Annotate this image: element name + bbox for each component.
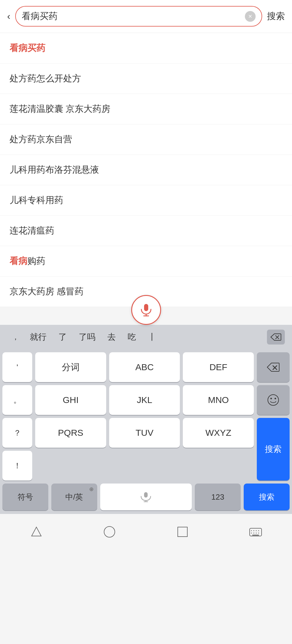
list-item[interactable]: 连花清瘟药 (0, 216, 292, 246)
key-apostrophe[interactable]: ' (2, 352, 32, 382)
mic-area: 京东大药房 感冒药 (0, 277, 292, 307)
list-item[interactable]: 处方药京东自营 (0, 124, 292, 155)
key-tuv[interactable]: TUV (109, 418, 180, 448)
key-period[interactable]: 。 (2, 385, 32, 415)
nav-back-icon (29, 525, 44, 539)
list-item[interactable]: 处方药怎么开处方 (0, 64, 292, 94)
backspace-icon (267, 362, 280, 372)
suggestion-text-3: 处方药京东自营 (10, 134, 72, 144)
nav-keyboard-icon (248, 525, 263, 539)
key-ghi[interactable]: GHI (35, 385, 106, 415)
nav-keyboard-button[interactable] (244, 523, 268, 541)
suggestion-text-8: 京东大药房 感冒药 (10, 286, 84, 296)
keyboard-row-1-center: 分词 ABC DEF (35, 352, 254, 382)
svg-marker-13 (32, 527, 41, 536)
suggestions-list: 看病买药 处方药怎么开处方 莲花清温胶囊 京东大药房 处方药京东自营 儿科用药布… (0, 33, 292, 277)
emoji-icon (267, 393, 280, 407)
nav-recent-button[interactable] (171, 523, 194, 541)
suggestion-text-7: 购药 (27, 256, 45, 266)
punctuation-col: ' 。 ？ ！ (2, 352, 32, 481)
key-symbol[interactable]: 符号 (2, 484, 48, 510)
keyboard-row-2-center: GHI JKL MNO (35, 385, 254, 415)
search-input[interactable]: 看病买药 (22, 10, 242, 22)
search-bar[interactable]: 看病买药 × (15, 6, 262, 27)
kbd-delete-button[interactable] (267, 330, 285, 345)
key-question[interactable]: ？ (2, 418, 32, 448)
nav-back-button[interactable] (24, 523, 48, 541)
delete-icon (271, 333, 281, 342)
key-backspace[interactable] (257, 352, 290, 382)
svg-point-7 (268, 395, 279, 405)
list-item[interactable]: 儿科专科用药 (0, 185, 292, 216)
center-keys: 分词 ABC DEF GHI JKL MNO PQRS TUV WXYZ (35, 352, 254, 481)
kbd-comma[interactable]: ， (7, 330, 24, 344)
list-item[interactable]: 儿科用药布洛芬混悬液 (0, 155, 292, 185)
key-exclaim[interactable]: ！ (2, 451, 32, 481)
keyboard-bottom-row: 符号 中/英 ⊕ 123 搜索 (2, 484, 290, 510)
key-fenci[interactable]: 分词 (35, 352, 106, 382)
key-def[interactable]: DEF (183, 352, 254, 382)
key-search-right[interactable]: 搜索 (257, 418, 290, 481)
key-emoji[interactable] (257, 385, 290, 415)
nav-home-icon (102, 525, 117, 539)
suggestion-text-1: 处方药怎么开处方 (10, 73, 81, 83)
keyboard-row-1: ' 。 ？ ！ 分词 ABC DEF GHI JKL MNO PQRS TUV … (2, 352, 290, 481)
action-col: 搜索 (257, 352, 290, 481)
kbd-suggestion-0[interactable]: 就行 (24, 329, 52, 345)
lang-label: 中/英 (65, 492, 83, 502)
key-jkl[interactable]: JKL (109, 385, 180, 415)
svg-rect-15 (178, 527, 187, 537)
globe-icon: ⊕ (89, 486, 94, 492)
search-button[interactable]: 搜索 (267, 10, 285, 22)
svg-point-14 (104, 526, 115, 537)
kbd-suggestion-3[interactable]: 去 (101, 329, 122, 345)
key-language[interactable]: 中/英 ⊕ (51, 484, 97, 510)
key-search-bottom[interactable]: 搜索 (244, 484, 290, 510)
key-abc[interactable]: ABC (109, 352, 180, 382)
kbd-suggestion-4[interactable]: 吃 (122, 329, 142, 345)
suggestion-text-6: 连花清瘟药 (10, 226, 54, 235)
nav-recent-icon (175, 525, 190, 539)
svg-rect-0 (144, 304, 148, 311)
microphone-button[interactable] (131, 295, 161, 325)
keyboard: ' 。 ？ ！ 分词 ABC DEF GHI JKL MNO PQRS TUV … (0, 349, 292, 514)
kbd-suggestion-1[interactable]: 了 (52, 329, 73, 345)
suggestion-text-2: 莲花清温胶囊 京东大药房 (10, 104, 110, 114)
list-item[interactable]: 看病购药 (0, 246, 292, 277)
nav-home-button[interactable] (98, 523, 121, 541)
clear-button[interactable]: × (245, 11, 256, 22)
key-numbers[interactable]: 123 (195, 484, 241, 510)
keyboard-suggestions: ， 就行 了 了吗 去 吃 丨 (0, 325, 292, 349)
back-button[interactable]: ‹ (7, 11, 10, 22)
header: ‹ 看病买药 × 搜索 (0, 0, 292, 33)
nav-bar (0, 517, 292, 549)
suggestion-highlight-7: 看病 (10, 256, 27, 266)
keyboard-row-3-center: PQRS TUV WXYZ (35, 418, 254, 448)
list-item[interactable]: 莲花清温胶囊 京东大药房 (0, 94, 292, 124)
list-item[interactable]: 看病买药 (0, 33, 292, 64)
mic-small-icon (140, 492, 152, 502)
suggestion-text-5: 儿科专科用药 (10, 195, 63, 205)
mic-button-container (131, 295, 161, 325)
key-wxyz[interactable]: WXYZ (183, 418, 254, 448)
key-pqrs[interactable]: PQRS (35, 418, 106, 448)
kbd-suggestion-5[interactable]: 丨 (142, 329, 162, 345)
svg-point-8 (271, 398, 272, 399)
kbd-suggestion-2[interactable]: 了吗 (73, 329, 101, 345)
key-space[interactable] (100, 484, 192, 510)
mic-icon (139, 303, 153, 317)
suggestion-text-0: 看病买药 (10, 43, 45, 53)
svg-point-9 (275, 398, 276, 399)
key-mno[interactable]: MNO (183, 385, 254, 415)
suggestion-text-4: 儿科用药布洛芬混悬液 (10, 165, 99, 174)
svg-rect-10 (144, 492, 148, 498)
